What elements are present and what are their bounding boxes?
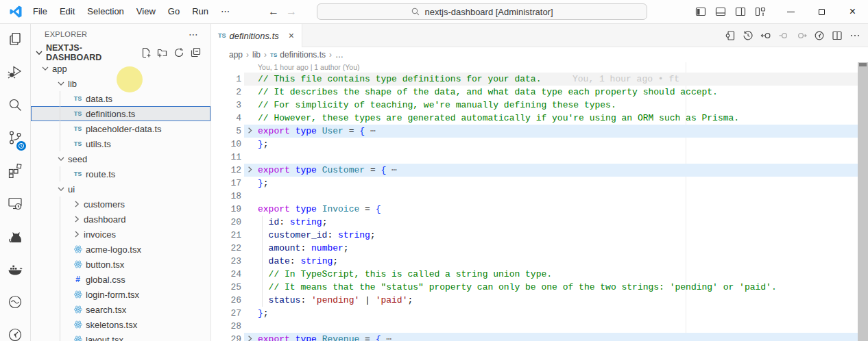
new-file-icon[interactable] [138,45,154,60]
activity-extensions[interactable] [0,155,30,188]
menu-run[interactable]: Run [186,3,215,20]
code-line-26: 26 status: 'pending' | 'paid'; [211,294,868,307]
token: : [327,230,338,240]
activity-docker[interactable] [0,254,30,287]
command-center-search[interactable]: nextjs-dashboard [Administrator] [317,3,647,20]
tab-close-icon[interactable]: × [287,29,296,42]
chevron-right-icon [71,214,82,225]
file-search-tsx[interactable]: search.tsx [31,302,210,317]
activity-search[interactable] [0,90,30,123]
file-login-form-tsx[interactable]: login-form.tsx [31,287,210,302]
close-button[interactable]: × [837,0,868,24]
activity-wave-extension[interactable] [0,287,30,320]
toggle-secondary-sidebar-icon[interactable] [730,3,750,21]
code-line-3: 3// For simplicity of teaching, we're ma… [211,99,868,112]
timeline-icon[interactable] [739,27,757,44]
go-back-icon[interactable]: ← [265,5,282,18]
activity-explorer[interactable] [0,24,30,57]
file-global-css[interactable]: #global.css [31,272,210,287]
menu-overflow-icon[interactable]: ⋯ [215,3,236,20]
folder-lib[interactable]: lib [31,76,210,91]
folder-app[interactable]: app [31,61,210,76]
fold-chevron-right-icon[interactable] [244,164,255,177]
file-acme-logo-tsx[interactable]: acme-logo.tsx [31,242,210,257]
fold-chevron-right-icon[interactable] [244,125,255,138]
token: status [269,295,301,305]
wave-extension-icon [7,294,23,313]
token: ; [333,256,338,266]
token: User [322,126,343,136]
code-editor[interactable]: You, 1 hour ago | 1 author (You) 1// Thi… [211,62,868,341]
tree-item-label: route.ts [86,169,115,179]
token: amount [269,243,301,253]
gitlens-authors-codelens[interactable]: You, 1 hour ago | 1 author (You) [211,62,868,73]
scrollbar-thumb[interactable] [859,63,867,66]
breadcrumb-item-app[interactable]: app [229,50,243,60]
tree-item-label: acme-logo.tsx [86,244,141,255]
toggle-primary-sidebar-icon[interactable] [690,3,710,21]
activity-cat-extension[interactable] [0,221,30,254]
gitlens-annotations-icon[interactable] [810,27,828,44]
line-number: 25 [211,281,241,294]
tree-item-label: placeholder-data.ts [86,124,162,134]
new-folder-icon[interactable] [154,45,171,60]
vertical-scrollbar[interactable] [858,62,868,341]
workspace-section-header[interactable]: NEXTJS-DASHBOARD [31,45,210,61]
token [317,204,322,214]
activity-bottom-extension[interactable] [0,320,30,341]
more-actions-icon[interactable] [846,27,864,44]
file-layout-tsx[interactable]: layout.tsx [31,332,210,341]
menu-view[interactable]: View [130,3,162,20]
tree-item-label: search.tsx [86,305,126,315]
line-number: 23 [211,255,241,268]
collapse-folders-icon[interactable] [187,45,204,60]
split-editor-icon[interactable] [828,27,846,44]
next-change-icon[interactable] [793,27,810,44]
previous-change-icon[interactable] [775,27,793,44]
tab-definitions-ts[interactable]: TS definitions.ts × [211,24,302,47]
fold-chevron-right-icon[interactable] [244,333,255,341]
ts-file-icon: TS [71,140,84,147]
react-file-icon [71,244,84,254]
explorer-more-actions-icon[interactable]: ⋯ [183,29,204,40]
folder-customers[interactable]: customers [31,197,210,212]
editor-toolbar [721,24,864,47]
file-route-ts[interactable]: TSroute.ts [31,166,210,181]
menu-edit[interactable]: Edit [53,3,81,20]
file-definitions-ts[interactable]: TSdefinitions.ts [31,106,210,121]
folder-ui[interactable]: ui [31,181,210,197]
menu-selection[interactable]: Selection [81,3,130,20]
ts-file-icon: TS [71,125,84,132]
toggle-panel-icon[interactable] [710,3,730,21]
activity-source-control[interactable] [0,123,30,155]
breadcrumb-item-definitions-ts[interactable]: TSdefinitions.ts [270,50,326,60]
code-line-27: 27}; [211,307,868,320]
file-utils-ts[interactable]: TSutils.ts [31,136,210,151]
breadcrumb-item-lib[interactable]: lib [252,50,261,60]
refresh-explorer-icon[interactable] [171,45,187,60]
menu-file[interactable]: File [27,3,53,20]
file-data-ts[interactable]: TSdata.ts [31,91,210,106]
react-file-icon [71,290,84,299]
workspace-name: NEXTJS-DASHBOARD [46,43,138,62]
folder-dashboard[interactable]: dashboard [31,212,210,227]
line-number: 3 [211,99,241,112]
tab-bar: TS definitions.ts × [211,24,868,47]
minimize-button[interactable] [775,0,806,24]
go-back-icon[interactable] [757,27,775,44]
menu-go[interactable]: Go [162,3,186,20]
file-button-tsx[interactable]: button.tsx [31,257,210,272]
maximize-button[interactable] [806,0,837,24]
activity-run-and-debug[interactable] [0,57,30,90]
breadcrumb-item--[interactable]: … [335,50,343,60]
activity-remote-explorer[interactable] [0,188,30,221]
file-skeletons-tsx[interactable]: skeletons.tsx [31,317,210,332]
file-placeholder-data-ts[interactable]: TSplaceholder-data.ts [31,121,210,136]
run-and-debug-icon [7,64,23,83]
token: customer_id [269,230,328,240]
open-settings-icon[interactable] [721,27,739,44]
folder-seed[interactable]: seed [31,151,210,166]
token: : [300,243,311,253]
folder-invoices[interactable]: invoices [31,227,210,242]
customize-layout-icon[interactable] [750,3,770,21]
